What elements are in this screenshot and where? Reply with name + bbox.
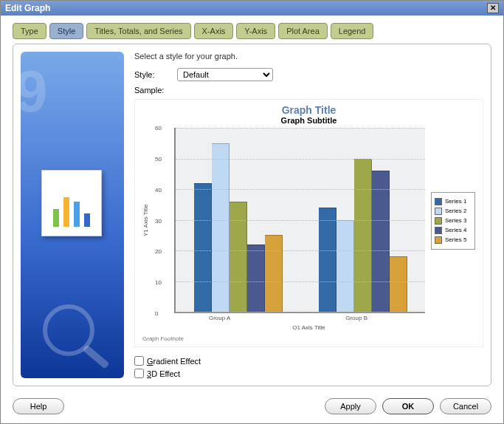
y-axis-label: Y1 Axis Title	[142, 128, 149, 313]
gradient-rest: radient Effect	[153, 357, 201, 366]
legend-swatch	[435, 198, 442, 205]
ok-button[interactable]: OK	[382, 398, 434, 414]
legend-label: Series 4	[445, 227, 466, 233]
3d-rest: D Effect	[151, 369, 180, 378]
legend-item: Series 5	[435, 236, 472, 244]
gradient-hotkey: G	[147, 357, 153, 366]
tab-x-axis[interactable]: X-Axis	[194, 23, 234, 39]
ytick: 40	[155, 186, 162, 193]
bar	[336, 220, 354, 312]
ytick: 10	[155, 279, 162, 286]
ytick: 30	[155, 217, 162, 224]
bar	[229, 202, 247, 312]
tab-row: Type Style Titles, Totals, and Series X-…	[1, 16, 503, 44]
chart-subtitle: Graph Subtitle	[142, 116, 475, 125]
bar	[390, 256, 407, 312]
legend-item: Series 2	[435, 208, 472, 215]
bar	[212, 143, 229, 312]
legend-item: Series 3	[435, 217, 472, 225]
side-illustration: 9	[21, 52, 124, 378]
legend-label: Series 3	[445, 217, 466, 224]
window-title: Edit Graph	[5, 3, 50, 13]
instruction-text: Select a style for your graph.	[134, 52, 483, 61]
legend-swatch	[435, 236, 442, 244]
bar	[319, 208, 336, 312]
sample-label: Sample:	[134, 86, 171, 95]
style-select[interactable]: Default	[177, 68, 273, 81]
x-category-label: Group A	[209, 315, 230, 321]
x-labels: Group AGroup B	[142, 315, 475, 321]
chart-footnote: Graph Footnote	[142, 335, 475, 342]
ytick: 50	[155, 155, 162, 162]
legend-label: Series 1	[445, 198, 466, 205]
legend-label: Series 2	[445, 208, 466, 214]
gradient-effect-input[interactable]	[134, 356, 144, 366]
tab-y-axis[interactable]: Y-Axis	[236, 23, 275, 39]
3d-effect-input[interactable]	[134, 369, 144, 378]
plot-area	[174, 128, 425, 313]
bar	[265, 235, 283, 312]
ytick: 60	[155, 125, 162, 131]
apply-button[interactable]: Apply	[325, 398, 376, 414]
legend-label: Series 5	[445, 236, 466, 243]
tab-plot-area[interactable]: Plot Area	[278, 23, 328, 39]
legend: Series 1Series 2Series 3Series 4Series 5	[431, 192, 475, 250]
bar	[247, 245, 265, 312]
style-label: Style:	[134, 70, 171, 79]
content: 9 Select a style for your graph. Style: …	[13, 44, 491, 386]
tab-style[interactable]: Style	[49, 23, 83, 39]
chart-title: Graph Title	[142, 104, 475, 116]
edit-graph-window: Edit Graph ✕ Type Style Titles, Totals, …	[0, 0, 504, 424]
3d-effect-checkbox[interactable]: 3D Effect	[134, 369, 483, 378]
legend-item: Series 4	[435, 227, 472, 234]
tab-titles[interactable]: Titles, Totals, and Series	[86, 23, 190, 39]
x-axis-title: O1 Axis Title	[142, 324, 475, 331]
gradient-effect-checkbox[interactable]: Gradient Effect	[134, 356, 483, 366]
ytick: 20	[155, 248, 162, 255]
legend-swatch	[435, 227, 442, 234]
ytick: 0	[155, 310, 158, 317]
sample-panel: Graph Title Graph Subtitle Y1 Axis Title…	[134, 99, 483, 347]
help-button[interactable]: Help	[13, 398, 64, 414]
legend-item: Series 1	[435, 198, 472, 205]
titlebar: Edit Graph ✕	[1, 1, 503, 16]
bar	[372, 171, 390, 312]
x-category-label: Group B	[345, 315, 367, 321]
legend-swatch	[435, 208, 442, 215]
tab-type[interactable]: Type	[13, 23, 46, 39]
bar	[354, 159, 372, 312]
main-panel: Select a style for your graph. Style: De…	[134, 52, 483, 378]
legend-swatch	[435, 217, 442, 225]
cancel-button[interactable]: Cancel	[440, 398, 491, 414]
bar	[194, 183, 212, 312]
close-icon[interactable]: ✕	[487, 3, 499, 13]
tab-legend[interactable]: Legend	[331, 23, 374, 39]
button-row: Help Apply OK Cancel	[1, 392, 503, 423]
